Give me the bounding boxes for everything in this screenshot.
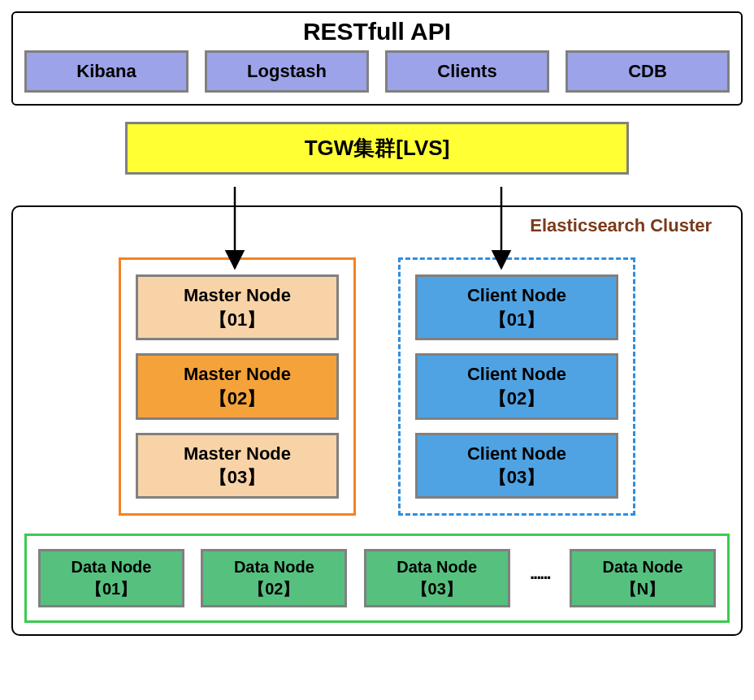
api-items-row: Kibana Logstash Clients CDB (24, 50, 730, 93)
node-id: 【02】 (249, 580, 299, 598)
restful-api-title: RESTfull API (24, 18, 730, 45)
node-name: Data Node (72, 558, 152, 576)
api-item-logstash: Logstash (205, 50, 369, 93)
node-id: 【02】 (489, 388, 544, 408)
cluster-label: Elasticsearch Cluster (530, 215, 712, 236)
data-node-01: Data Node 【01】 (38, 549, 184, 607)
master-node-03: Master Node 【03】 (136, 433, 339, 499)
node-name: Client Node (467, 364, 566, 384)
node-groups: Master Node 【01】 Master Node 【02】 Master… (24, 257, 730, 516)
node-id: 【02】 (210, 388, 265, 408)
data-nodes-ellipsis: ······ (526, 568, 553, 589)
node-name: Data Node (396, 558, 477, 576)
node-id: 【01】 (210, 309, 265, 330)
node-name: Data Node (234, 558, 314, 576)
node-name: Master Node (184, 285, 291, 305)
node-id: 【03】 (210, 467, 265, 487)
client-node-02: Client Node 【02】 (415, 353, 618, 419)
data-node-n: Data Node 【N】 (570, 549, 716, 607)
node-id: 【01】 (86, 580, 136, 598)
client-node-01: Client Node 【01】 (415, 274, 618, 340)
node-id: 【01】 (489, 309, 544, 330)
node-name: Client Node (467, 443, 566, 464)
node-id: 【N】 (621, 580, 665, 598)
node-name: Data Node (603, 558, 683, 576)
node-name: Client Node (467, 285, 566, 305)
tgw-block: TGW集群[LVS] (125, 122, 629, 175)
client-nodes-box: Client Node 【01】 Client Node 【02】 Client… (398, 257, 635, 516)
api-item-kibana: Kibana (24, 50, 188, 93)
elasticsearch-cluster: Elasticsearch Cluster Master Node 【01】 M… (11, 205, 743, 636)
master-node-02: Master Node 【02】 (136, 353, 339, 419)
data-node-02: Data Node 【02】 (201, 549, 347, 607)
master-node-01: Master Node 【01】 (136, 274, 339, 340)
node-name: Master Node (184, 364, 291, 384)
api-item-cdb: CDB (566, 50, 730, 93)
api-item-clients: Clients (385, 50, 549, 93)
data-node-03: Data Node 【03】 (364, 549, 510, 607)
client-node-03: Client Node 【03】 (415, 433, 618, 499)
master-nodes-box: Master Node 【01】 Master Node 【02】 Master… (119, 257, 356, 516)
node-name: Master Node (184, 443, 291, 464)
node-id: 【03】 (412, 580, 462, 598)
data-nodes-box: Data Node 【01】 Data Node 【02】 Data Node … (24, 534, 730, 623)
node-id: 【03】 (489, 467, 544, 487)
restful-api-block: RESTfull API Kibana Logstash Clients CDB (11, 11, 743, 106)
